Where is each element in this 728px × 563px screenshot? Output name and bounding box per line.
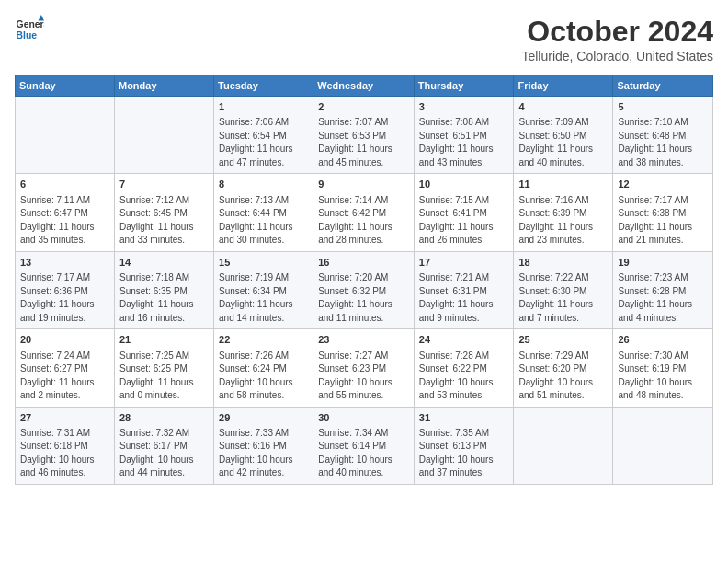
day-number: 13	[20, 256, 109, 270]
day-info: Sunrise: 7:29 AM Sunset: 6:20 PM Dayligh…	[518, 350, 608, 403]
calendar-cell: 21Sunrise: 7:25 AM Sunset: 6:25 PM Dayli…	[114, 329, 213, 407]
day-info: Sunrise: 7:32 AM Sunset: 6:17 PM Dayligh…	[119, 427, 209, 480]
calendar-cell: 26Sunrise: 7:30 AM Sunset: 6:19 PM Dayli…	[613, 329, 713, 407]
calendar-row-4: 20Sunrise: 7:24 AM Sunset: 6:27 PM Dayli…	[16, 329, 713, 407]
day-info: Sunrise: 7:31 AM Sunset: 6:18 PM Dayligh…	[20, 427, 109, 480]
day-number: 30	[318, 411, 409, 425]
calendar-cell: 31Sunrise: 7:35 AM Sunset: 6:13 PM Dayli…	[414, 407, 514, 484]
calendar-cell: 6Sunrise: 7:11 AM Sunset: 6:47 PM Daylig…	[16, 174, 115, 251]
header-wednesday: Wednesday	[313, 75, 415, 97]
header-sunday: Sunday	[16, 75, 115, 97]
day-number: 3	[419, 100, 509, 114]
day-number: 15	[219, 256, 308, 270]
day-info: Sunrise: 7:24 AM Sunset: 6:27 PM Dayligh…	[20, 350, 109, 403]
day-number: 31	[419, 411, 509, 425]
header-saturday: Saturday	[613, 75, 713, 97]
day-info: Sunrise: 7:23 AM Sunset: 6:28 PM Dayligh…	[618, 271, 708, 325]
calendar-cell: 23Sunrise: 7:27 AM Sunset: 6:23 PM Dayli…	[313, 329, 415, 407]
day-number: 11	[518, 178, 608, 191]
calendar-cell: 8Sunrise: 7:13 AM Sunset: 6:44 PM Daylig…	[214, 174, 313, 251]
calendar-cell	[114, 97, 213, 174]
day-info: Sunrise: 7:18 AM Sunset: 6:35 PM Dayligh…	[119, 271, 209, 325]
calendar-cell: 3Sunrise: 7:08 AM Sunset: 6:51 PM Daylig…	[414, 97, 514, 174]
day-info: Sunrise: 7:10 AM Sunset: 6:48 PM Dayligh…	[618, 116, 708, 169]
day-number: 29	[219, 411, 308, 425]
day-number: 9	[318, 178, 409, 191]
calendar-cell: 7Sunrise: 7:12 AM Sunset: 6:45 PM Daylig…	[114, 174, 213, 251]
day-number: 4	[518, 100, 608, 114]
day-info: Sunrise: 7:35 AM Sunset: 6:13 PM Dayligh…	[419, 427, 509, 480]
calendar-cell: 13Sunrise: 7:17 AM Sunset: 6:36 PM Dayli…	[16, 251, 115, 328]
day-number: 19	[618, 256, 708, 270]
day-number: 1	[219, 100, 308, 114]
day-info: Sunrise: 7:21 AM Sunset: 6:31 PM Dayligh…	[419, 271, 509, 325]
svg-text:Blue: Blue	[17, 30, 38, 40]
day-number: 24	[419, 333, 509, 347]
day-number: 17	[419, 256, 509, 270]
header-tuesday: Tuesday	[214, 75, 313, 97]
calendar-cell: 10Sunrise: 7:15 AM Sunset: 6:41 PM Dayli…	[414, 174, 514, 251]
day-number: 2	[318, 100, 409, 114]
calendar-cell	[514, 407, 613, 484]
calendar-cell: 30Sunrise: 7:34 AM Sunset: 6:14 PM Dayli…	[313, 407, 415, 484]
logo: General Blue	[15, 15, 44, 44]
calendar-cell: 14Sunrise: 7:18 AM Sunset: 6:35 PM Dayli…	[114, 251, 213, 328]
day-info: Sunrise: 7:26 AM Sunset: 6:24 PM Dayligh…	[219, 350, 308, 403]
calendar-cell: 22Sunrise: 7:26 AM Sunset: 6:24 PM Dayli…	[214, 329, 313, 407]
calendar-table: Sunday Monday Tuesday Wednesday Thursday…	[15, 75, 713, 485]
calendar-title: October 2024	[521, 15, 713, 49]
day-info: Sunrise: 7:27 AM Sunset: 6:23 PM Dayligh…	[318, 350, 409, 403]
calendar-cell: 17Sunrise: 7:21 AM Sunset: 6:31 PM Dayli…	[414, 251, 514, 328]
header-monday: Monday	[114, 75, 213, 97]
day-info: Sunrise: 7:15 AM Sunset: 6:41 PM Dayligh…	[419, 194, 509, 247]
day-number: 27	[20, 411, 109, 425]
calendar-cell: 2Sunrise: 7:07 AM Sunset: 6:53 PM Daylig…	[313, 97, 415, 174]
calendar-cell: 28Sunrise: 7:32 AM Sunset: 6:17 PM Dayli…	[114, 407, 213, 484]
day-number: 20	[20, 333, 109, 347]
calendar-cell: 29Sunrise: 7:33 AM Sunset: 6:16 PM Dayli…	[214, 407, 313, 484]
calendar-cell: 12Sunrise: 7:17 AM Sunset: 6:38 PM Dayli…	[613, 174, 713, 251]
day-number: 14	[119, 256, 209, 270]
calendar-row-2: 6Sunrise: 7:11 AM Sunset: 6:47 PM Daylig…	[16, 174, 713, 251]
day-info: Sunrise: 7:33 AM Sunset: 6:16 PM Dayligh…	[219, 427, 308, 480]
day-info: Sunrise: 7:17 AM Sunset: 6:36 PM Dayligh…	[20, 271, 109, 325]
day-info: Sunrise: 7:19 AM Sunset: 6:34 PM Dayligh…	[219, 271, 308, 325]
calendar-body: 1Sunrise: 7:06 AM Sunset: 6:54 PM Daylig…	[16, 97, 713, 485]
day-info: Sunrise: 7:08 AM Sunset: 6:51 PM Dayligh…	[419, 116, 509, 169]
calendar-cell: 5Sunrise: 7:10 AM Sunset: 6:48 PM Daylig…	[613, 97, 713, 174]
title-block: October 2024 Telluride, Colorado, United…	[521, 15, 713, 63]
day-number: 16	[318, 256, 409, 270]
calendar-cell: 20Sunrise: 7:24 AM Sunset: 6:27 PM Dayli…	[16, 329, 115, 407]
calendar-cell: 1Sunrise: 7:06 AM Sunset: 6:54 PM Daylig…	[214, 97, 313, 174]
calendar-cell: 16Sunrise: 7:20 AM Sunset: 6:32 PM Dayli…	[313, 251, 415, 328]
calendar-cell: 15Sunrise: 7:19 AM Sunset: 6:34 PM Dayli…	[214, 251, 313, 328]
day-number: 8	[219, 178, 308, 191]
day-number: 18	[518, 256, 608, 270]
day-info: Sunrise: 7:11 AM Sunset: 6:47 PM Dayligh…	[20, 194, 109, 247]
day-number: 10	[419, 178, 509, 191]
day-info: Sunrise: 7:28 AM Sunset: 6:22 PM Dayligh…	[419, 350, 509, 403]
calendar-cell: 9Sunrise: 7:14 AM Sunset: 6:42 PM Daylig…	[313, 174, 415, 251]
day-info: Sunrise: 7:14 AM Sunset: 6:42 PM Dayligh…	[318, 194, 409, 247]
day-info: Sunrise: 7:17 AM Sunset: 6:38 PM Dayligh…	[618, 194, 708, 247]
calendar-cell: 27Sunrise: 7:31 AM Sunset: 6:18 PM Dayli…	[16, 407, 115, 484]
day-number: 25	[518, 333, 608, 347]
calendar-cell	[613, 407, 713, 484]
svg-text:General: General	[17, 19, 44, 29]
day-info: Sunrise: 7:09 AM Sunset: 6:50 PM Dayligh…	[518, 116, 608, 169]
day-info: Sunrise: 7:34 AM Sunset: 6:14 PM Dayligh…	[318, 427, 409, 480]
day-number: 21	[119, 333, 209, 347]
day-info: Sunrise: 7:20 AM Sunset: 6:32 PM Dayligh…	[318, 271, 409, 325]
calendar-cell: 18Sunrise: 7:22 AM Sunset: 6:30 PM Dayli…	[514, 251, 613, 328]
calendar-cell: 19Sunrise: 7:23 AM Sunset: 6:28 PM Dayli…	[613, 251, 713, 328]
calendar-cell: 4Sunrise: 7:09 AM Sunset: 6:50 PM Daylig…	[514, 97, 613, 174]
day-info: Sunrise: 7:12 AM Sunset: 6:45 PM Dayligh…	[119, 194, 209, 247]
day-number: 7	[119, 178, 209, 191]
calendar-subtitle: Telluride, Colorado, United States	[521, 49, 713, 63]
day-info: Sunrise: 7:25 AM Sunset: 6:25 PM Dayligh…	[119, 350, 209, 403]
header-friday: Friday	[514, 75, 613, 97]
day-number: 23	[318, 333, 409, 347]
day-number: 12	[618, 178, 708, 191]
svg-marker-2	[39, 15, 44, 20]
logo-icon: General Blue	[15, 15, 44, 44]
